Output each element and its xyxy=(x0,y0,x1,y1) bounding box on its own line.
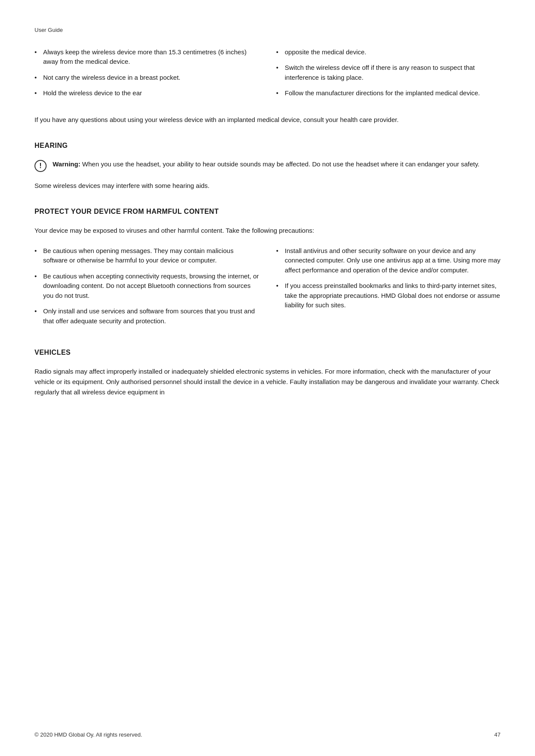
warning-icon: ! xyxy=(34,160,47,172)
list-item: Be cautious when opening messages. They … xyxy=(34,246,259,266)
protect-intro: Your device may be exposed to viruses an… xyxy=(34,225,501,236)
warning-icon-label: ! xyxy=(39,161,41,171)
hearing-heading: HEARING xyxy=(34,141,501,151)
list-item: Only install and use services and softwa… xyxy=(34,306,259,326)
list-item: Install antivirus and other security sof… xyxy=(276,246,501,275)
list-item: opposite the medical device. xyxy=(276,47,501,57)
warning-box: ! Warning: When you use the headset, you… xyxy=(34,159,501,172)
list-item: Not carry the wireless device in a breas… xyxy=(34,73,259,83)
hearing-section: HEARING ! Warning: When you use the head… xyxy=(34,141,501,191)
warning-bold: Warning: xyxy=(53,160,80,168)
protect-right-col: Install antivirus and other security sof… xyxy=(276,246,501,332)
header-label: User Guide xyxy=(34,26,501,34)
intro-paragraph: If you have any questions about using yo… xyxy=(34,115,501,125)
intro-two-col: Always keep the wireless device more tha… xyxy=(34,47,501,104)
intro-right-list: opposite the medical device. Switch the … xyxy=(276,47,501,98)
list-item: Always keep the wireless device more tha… xyxy=(34,47,259,67)
protect-right-list: Install antivirus and other security sof… xyxy=(276,246,501,310)
vehicles-paragraph: Radio signals may affect improperly inst… xyxy=(34,366,501,397)
protect-section: PROTECT YOUR DEVICE FROM HARMFUL CONTENT… xyxy=(34,206,501,332)
protect-heading: PROTECT YOUR DEVICE FROM HARMFUL CONTENT xyxy=(34,206,501,217)
intro-left-list: Always keep the wireless device more tha… xyxy=(34,47,259,98)
intro-left-col: Always keep the wireless device more tha… xyxy=(34,47,259,104)
warning-body: When you use the headset, your ability t… xyxy=(80,160,479,168)
list-item: If you access preinstalled bookmarks and… xyxy=(276,281,501,310)
vehicles-section: VEHICLES Radio signals may affect improp… xyxy=(34,347,501,397)
hearing-paragraph: Some wireless devices may interfere with… xyxy=(34,181,501,191)
footer-page-number: 47 xyxy=(494,731,501,739)
vehicles-heading: VEHICLES xyxy=(34,347,501,358)
protect-left-col: Be cautious when opening messages. They … xyxy=(34,246,259,332)
list-item: Hold the wireless device to the ear xyxy=(34,88,259,98)
list-item: Follow the manufacturer directions for t… xyxy=(276,88,501,98)
footer-copyright: © 2020 HMD Global Oy. All rights reserve… xyxy=(34,731,142,739)
list-item: Be cautious when accepting connectivity … xyxy=(34,272,259,301)
intro-right-col: opposite the medical device. Switch the … xyxy=(276,47,501,104)
protect-left-list: Be cautious when opening messages. They … xyxy=(34,246,259,326)
list-item: Switch the wireless device off if there … xyxy=(276,63,501,82)
page: User Guide Always keep the wireless devi… xyxy=(0,0,535,756)
footer: © 2020 HMD Global Oy. All rights reserve… xyxy=(34,731,501,739)
warning-text: Warning: When you use the headset, your … xyxy=(53,159,479,169)
protect-two-col: Be cautious when opening messages. They … xyxy=(34,246,501,332)
